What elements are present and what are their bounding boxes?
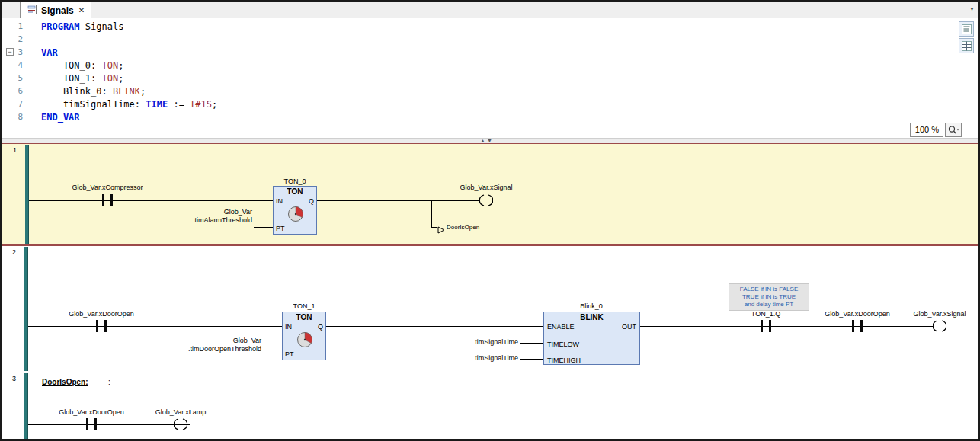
timelow-operand[interactable]: timSignalTime <box>442 338 518 346</box>
wire <box>640 326 933 327</box>
code-line: 4 TON_0: TON; <box>0 59 123 72</box>
coil[interactable] <box>479 193 493 207</box>
line-number: 4 <box>0 60 35 70</box>
code-type: BLINK <box>113 86 140 97</box>
contact-bar-icon <box>94 418 97 430</box>
pt-operand-line2[interactable]: .timDoorOpenThreshold <box>152 345 261 353</box>
code-line: 1 PROGRAM Signals <box>0 20 123 33</box>
branch-wire <box>431 200 432 227</box>
ton-block[interactable]: TON IN Q PT <box>273 186 317 235</box>
code-type: TON <box>101 60 118 71</box>
zoom-button[interactable] <box>945 123 962 137</box>
wire <box>520 343 543 344</box>
coil-icon <box>174 417 187 431</box>
coil[interactable] <box>174 417 187 431</box>
contact[interactable] <box>92 320 110 332</box>
code-text: timSignalTime: <box>41 99 146 110</box>
contact-bar-icon <box>761 320 763 332</box>
contact-bar-icon <box>86 418 88 430</box>
code-text: ; <box>118 73 123 84</box>
contact[interactable] <box>848 320 866 332</box>
pt-operand-line2[interactable]: .timAlarmThreshold <box>146 216 252 224</box>
line-number: 8 <box>0 112 35 122</box>
contact[interactable] <box>82 418 101 430</box>
pin-in: IN <box>285 323 292 331</box>
blink-block[interactable]: BLINK ENABLE OUT TIMELOW TIMEHIGH <box>543 312 640 365</box>
jump-target-label[interactable]: DoorIsOpen <box>447 224 479 231</box>
coil-operand[interactable]: Glob_Var.xSignal <box>886 310 980 318</box>
network-number: 2 <box>12 248 16 256</box>
editor-window: Signals ✕ ▼ 1 PROGRAM Signals 2 3 VAR 4 … <box>0 0 980 441</box>
contact[interactable] <box>757 320 775 332</box>
pt-operand-line1[interactable]: Glob_Var <box>152 337 261 344</box>
fb-instance-name[interactable]: Blink_0 <box>546 302 637 310</box>
tab-overflow-icon[interactable]: ▼ <box>969 6 975 11</box>
line-number: 5 <box>0 73 35 83</box>
textual-view-button[interactable] <box>959 21 974 37</box>
splitter-up-icon[interactable]: ▲ <box>480 138 487 143</box>
wire <box>263 353 282 353</box>
code-keyword: VAR <box>41 47 58 58</box>
contact-bar-icon <box>860 320 863 332</box>
tab-signals[interactable]: Signals ✕ <box>20 2 91 18</box>
fold-collapse-icon[interactable]: − <box>6 48 14 56</box>
coil-operand[interactable]: Glob_Var.xSignal <box>433 184 540 191</box>
ton-block[interactable]: TON IN Q PT <box>282 312 326 360</box>
code-text: TON_0: <box>41 60 101 71</box>
fb-instance-name[interactable]: TON_1 <box>266 302 342 310</box>
pin-timehigh: TIMEHIGH <box>547 356 581 364</box>
splitter-down-icon[interactable]: ▼ <box>487 138 494 143</box>
tab-title: Signals <box>41 5 74 16</box>
contact-bar-icon <box>110 194 113 206</box>
contact-bar-icon <box>96 320 98 332</box>
code-literal: T#1S <box>190 99 212 110</box>
code-text: Signals <box>80 21 124 32</box>
line-number: 7 <box>0 99 35 109</box>
wire <box>28 326 282 327</box>
contact-operand[interactable]: Glob_Var.xCompressor <box>46 184 168 191</box>
timer-clock-icon <box>296 331 313 351</box>
code-line: 7 timSignalTime: TIME := T#1S; <box>0 97 217 110</box>
coil-operand[interactable]: Glob_Var.xLamp <box>136 408 226 416</box>
jump-icon[interactable] <box>437 223 445 237</box>
tab-close-icon[interactable]: ✕ <box>78 6 85 14</box>
zoom-level-field[interactable]: 100 % <box>910 123 943 137</box>
coil[interactable] <box>933 319 946 333</box>
pt-operand-line1[interactable]: Glob_Var <box>146 208 252 216</box>
code-text: Blink_0: <box>41 86 113 97</box>
network-2[interactable]: 2 Glob_Var.xDoorOpen TON_1 TON IN Q PT G… <box>0 245 980 372</box>
wire <box>29 200 273 201</box>
line-number: 1 <box>0 21 35 31</box>
line-number: 2 <box>0 34 35 44</box>
timehigh-operand[interactable]: timSignalTime <box>442 354 518 362</box>
tabular-view-button[interactable] <box>959 38 974 53</box>
contact[interactable] <box>98 194 117 206</box>
code-line: 5 TON_1: TON; <box>0 72 123 85</box>
pin-in: IN <box>276 197 283 205</box>
pane-splitter[interactable]: ▲▼ <box>0 138 980 143</box>
text-lines-icon <box>962 24 972 34</box>
network-3[interactable]: 3 DoorIsOpen: : Glob_Var.xDoorOpen Glob_… <box>0 372 980 439</box>
declaration-editor[interactable]: 1 PROGRAM Signals 2 3 VAR 4 TON_0: TON; … <box>0 18 980 137</box>
code-type: TON <box>101 73 118 84</box>
tooltip-line: TRUE if IN is TRUE <box>731 293 807 301</box>
fb-instance-name[interactable]: TON_0 <box>257 177 333 185</box>
contact-operand[interactable]: Glob_Var.xDoorOpen <box>37 310 166 318</box>
code-keyword: TIME <box>146 99 168 110</box>
pin-out: OUT <box>622 323 636 331</box>
wire <box>431 227 437 228</box>
pin-timelow: TIMELOW <box>547 340 579 348</box>
tooltip-line: FALSE if IN is FALSE <box>731 286 807 293</box>
network-1[interactable]: 1 Glob_Var.xCompressor TON_0 TON IN Q PT… <box>0 143 980 245</box>
code-text: ; <box>140 86 146 97</box>
code-keyword: PROGRAM <box>41 21 80 32</box>
tooltip-line: and delay time PT <box>731 301 807 308</box>
wire <box>254 227 273 228</box>
contact-bar-icon <box>104 320 107 332</box>
power-rail <box>24 247 28 371</box>
tab-bar: Signals ✕ ▼ <box>0 0 980 18</box>
line-number: 6 <box>0 86 35 96</box>
code-text: ; <box>118 60 123 71</box>
table-grid-icon <box>962 41 972 51</box>
network-label[interactable]: DoorIsOpen: <box>42 378 88 386</box>
